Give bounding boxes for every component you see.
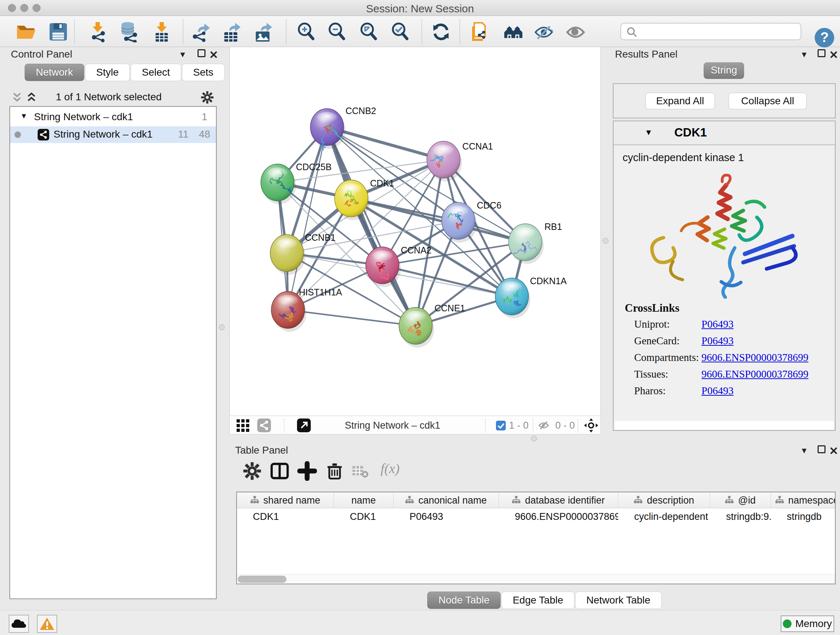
tab-select[interactable]: Select — [131, 64, 181, 81]
open-session-icon[interactable] — [15, 21, 36, 42]
selected-checkbox-icon[interactable] — [496, 421, 506, 431]
tab-edge-table[interactable]: Edge Table — [501, 592, 575, 609]
right-splitter-handle[interactable] — [603, 238, 608, 244]
home-icon[interactable] — [503, 21, 524, 42]
grid-view-icon[interactable] — [236, 419, 250, 432]
left-splitter-handle[interactable] — [219, 325, 225, 330]
table-hscrollbar-thumb[interactable] — [238, 576, 286, 583]
table-cell[interactable]: CDK1 — [334, 508, 393, 525]
share-view-icon[interactable] — [257, 418, 271, 432]
horizontal-splitter-handle[interactable] — [531, 435, 537, 441]
zoom-in-icon[interactable] — [295, 21, 317, 42]
export-table-icon[interactable] — [221, 21, 242, 42]
hidden-eye-slash-icon[interactable] — [538, 420, 549, 431]
tab-node-table[interactable]: Node Table — [427, 592, 501, 609]
network-collection-row[interactable]: ▼ String Network – cdk1 1 — [10, 109, 216, 126]
column-type-icon — [512, 495, 521, 506]
zoom-out-icon[interactable] — [326, 21, 347, 42]
export-network-icon[interactable] — [191, 21, 212, 42]
table-panel-close-icon[interactable]: ✕ — [829, 445, 838, 457]
network-row[interactable]: String Network – cdk1 11 48 — [10, 126, 216, 143]
protein-card-scroll-strip[interactable] — [615, 421, 834, 430]
tab-style[interactable]: Style — [85, 64, 130, 81]
table-row[interactable]: CDK1CDK1P064939606.ENSP00000378699cyclin… — [237, 508, 836, 525]
network-edge-CCNB2-HIST1H1A[interactable] — [288, 127, 327, 310]
protein-collapse-caret-icon[interactable]: ▼ — [645, 128, 653, 137]
collection-expand-caret-icon[interactable]: ▼ — [20, 112, 27, 120]
import-table-icon[interactable] — [151, 21, 172, 42]
network-node-CDC25B[interactable] — [261, 164, 296, 204]
save-session-icon[interactable] — [48, 21, 69, 42]
table-cell[interactable]: 9606.ENSP00000378699 — [499, 508, 618, 525]
crosslink-link[interactable]: P06493 — [701, 318, 734, 330]
network-node-CDKN1A[interactable] — [495, 278, 531, 318]
show-all-eye-icon[interactable] — [565, 21, 586, 42]
network-options-gear-icon[interactable] — [201, 90, 214, 104]
network-node-CCNB2[interactable] — [310, 109, 346, 150]
table-panel-float-icon[interactable]: ▼ — [800, 445, 808, 456]
network-view-canvas[interactable]: CCNB2CCNA1CDC25BCDK1CDC6RB1CCNB1CCNA2CDK… — [229, 47, 601, 416]
memory-button[interactable]: Memory — [781, 616, 834, 632]
control-panel-maximize-icon[interactable] — [197, 49, 205, 60]
node-label-RB1: RB1 — [545, 222, 562, 232]
network-edge-HIST1H1A-CCNE1[interactable] — [288, 310, 416, 326]
expand-all-button[interactable]: Expand All — [645, 93, 715, 109]
delete-column-icon[interactable] — [325, 461, 344, 481]
crosslink-link[interactable]: 9606.ENSP00000378699 — [701, 368, 808, 380]
results-panel-maximize-icon[interactable] — [818, 49, 826, 60]
crosslink-link[interactable]: P06493 — [701, 385, 734, 397]
tab-network-table[interactable]: Network Table — [575, 592, 662, 609]
table-cell[interactable]: CDK1 — [237, 508, 334, 525]
tab-network[interactable]: Network — [25, 64, 84, 81]
search-input[interactable] — [641, 24, 797, 39]
table-options-gear-icon[interactable] — [242, 461, 262, 481]
node-label-CCNA1: CCNA1 — [462, 141, 493, 151]
protein-card-header[interactable]: ▼ CDK1 — [614, 121, 835, 145]
network-node-CCNA1[interactable] — [427, 141, 462, 181]
collapse-all-button[interactable]: Collapse All — [729, 93, 807, 109]
table-cell[interactable]: cyclin-dependent ... — [618, 508, 710, 525]
detach-view-icon[interactable] — [297, 418, 311, 432]
crosslink-link[interactable]: P06493 — [701, 335, 734, 347]
table-hscrollbar[interactable] — [237, 574, 835, 584]
show-columns-icon[interactable] — [270, 461, 289, 481]
results-panel-float-icon[interactable]: ▼ — [800, 49, 808, 60]
crosslink-link[interactable]: 9606.ENSP00000378699 — [701, 352, 808, 363]
table-cell[interactable]: P06493 — [393, 508, 499, 525]
tab-sets[interactable]: Sets — [182, 64, 225, 81]
network-graph[interactable]: CCNB2CCNA1CDC25BCDK1CDC6RB1CCNB1CCNA2CDK… — [230, 47, 600, 415]
clone-network-icon[interactable] — [469, 21, 490, 42]
control-panel-float-icon[interactable]: ▼ — [179, 49, 187, 60]
column-header-namespace[interactable]: namespace — [771, 492, 836, 508]
network-node-CDK1[interactable] — [335, 180, 370, 220]
column-header-name[interactable]: name — [334, 492, 393, 508]
network-node-CCNA2[interactable] — [366, 247, 401, 287]
import-network-database-icon[interactable] — [118, 21, 139, 42]
network-node-RB1[interactable] — [508, 224, 544, 264]
fit-content-crosshair-icon[interactable] — [584, 418, 599, 433]
export-image-icon[interactable] — [253, 21, 274, 42]
column-header-description[interactable]: description — [618, 492, 710, 508]
column-header-database-identifier[interactable]: database identifier — [499, 492, 618, 508]
network-node-CCNE1[interactable] — [399, 307, 434, 348]
table-panel-maximize-icon[interactable] — [818, 445, 826, 456]
results-panel-close-icon[interactable]: ✕ — [829, 49, 838, 61]
add-column-icon[interactable] — [297, 461, 317, 481]
control-panel-close-icon[interactable]: ✕ — [209, 49, 218, 61]
table-panel-title: Table Panel — [235, 445, 288, 456]
tab-string[interactable]: String — [704, 62, 744, 79]
hide-selected-eye-slash-icon[interactable] — [533, 21, 554, 42]
zoom-fit-icon[interactable] — [358, 21, 379, 42]
warning-button[interactable] — [37, 615, 57, 633]
cloud-button[interactable] — [9, 615, 29, 633]
column-header-@id[interactable]: @id — [710, 492, 771, 508]
table-cell[interactable]: stringdb — [771, 508, 836, 525]
refresh-icon[interactable] — [431, 21, 452, 42]
column-header-label: namespace — [788, 495, 836, 506]
column-header-canonical-name[interactable]: canonical name — [393, 492, 499, 508]
zoom-selected-icon[interactable] — [390, 21, 411, 42]
import-network-file-icon[interactable] — [88, 21, 109, 42]
column-header-shared-name[interactable]: shared name — [237, 492, 334, 508]
table-cell[interactable]: stringdb:9... — [710, 508, 771, 525]
help-icon[interactable]: ? — [815, 28, 834, 48]
